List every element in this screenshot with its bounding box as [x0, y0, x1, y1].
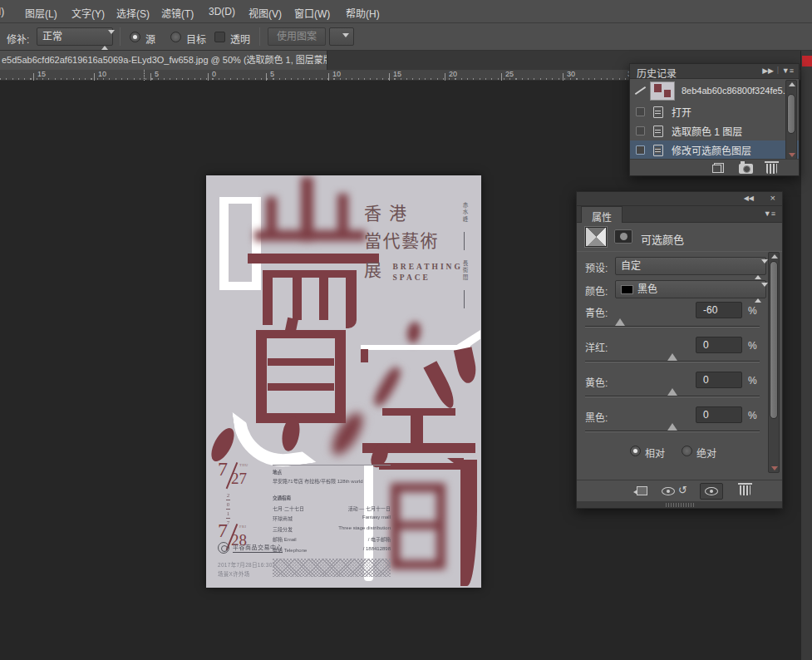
menu-item-type[interactable]: 文字(Y) — [71, 6, 105, 20]
scroll-down-icon[interactable] — [789, 153, 795, 157]
source-label[interactable]: 源 — [145, 32, 155, 46]
view-previous-state-icon[interactable] — [662, 487, 675, 495]
snapshot-thumbnail[interactable] — [650, 81, 675, 101]
date-numerator: 7 — [218, 458, 228, 480]
cyan-slider[interactable] — [585, 326, 760, 328]
date-denominator: 27 — [231, 470, 247, 488]
relative-radio[interactable] — [630, 446, 641, 456]
divider — [273, 465, 391, 465]
clip-to-layer-icon[interactable] — [637, 486, 647, 495]
delete-state-icon[interactable] — [766, 164, 777, 174]
photoshop-window: (I) 图层(L) 文字(Y) 选择(S) 滤镜(T) 3D(D) 视图(V) … — [0, 0, 812, 660]
new-document-from-state-icon[interactable] — [712, 163, 724, 173]
history-source-checkbox[interactable] — [636, 145, 645, 155]
menu-item-layer[interactable]: 图层(L) — [25, 6, 57, 20]
panel-menu-icon[interactable]: ▼≡ — [764, 210, 775, 218]
menu-item-select[interactable]: 选择(S) — [116, 6, 150, 20]
history-panel-title: 历史记录 — [637, 66, 677, 80]
transparent-label[interactable]: 透明 — [230, 32, 250, 46]
new-snapshot-icon[interactable] — [739, 164, 753, 174]
pattern-picker-dropdown[interactable] — [329, 27, 354, 46]
side-note-2: 長街間 — [460, 260, 469, 282]
menu-item-image-partial[interactable]: (I) — [0, 6, 4, 17]
history-state-open[interactable]: 打开 — [630, 102, 799, 121]
absolute-label[interactable]: 绝对 — [696, 446, 716, 460]
color-dropdown[interactable]: 黑色 — [615, 280, 766, 298]
scroll-up-icon[interactable] — [771, 254, 778, 259]
magenta-value-input[interactable]: 0 — [696, 337, 742, 353]
scroll-up-icon[interactable] — [789, 82, 795, 86]
magenta-slider-thumb[interactable] — [667, 353, 677, 361]
magenta-slider[interactable] — [585, 361, 760, 362]
black-unit: % — [748, 410, 757, 421]
transparent-checkbox[interactable] — [214, 32, 225, 42]
panel-resize-grip[interactable] — [666, 503, 694, 507]
adjustment-title: 可选颜色 — [641, 231, 684, 247]
cyan-slider-thumb[interactable] — [615, 318, 625, 326]
history-scrollbar[interactable] — [785, 80, 797, 160]
poster-header-line3: 展 — [364, 262, 383, 279]
yellow-value-input[interactable]: 0 — [696, 372, 742, 388]
panel-menu-icon[interactable]: ▼≡ — [782, 67, 794, 75]
scrollbar-thumb[interactable] — [787, 94, 795, 134]
patch-mode-dropdown[interactable]: 正常 — [37, 27, 113, 46]
source-radio[interactable] — [130, 32, 140, 42]
history-state-label: 修改可选颜色图层 — [672, 143, 751, 157]
relative-label[interactable]: 相对 — [645, 446, 665, 460]
document-tab[interactable]: e5d5ab6cfd62af619616a5069a-ELyd3O_fw658.… — [0, 51, 327, 70]
history-source-checkbox[interactable] — [636, 107, 645, 116]
use-pattern-button[interactable]: 使用图案 — [268, 27, 326, 46]
ruler-number: 15 — [37, 70, 46, 78]
history-state-selective-color[interactable]: 选取颜色 1 图层 — [630, 121, 799, 140]
layer-mask-icon[interactable] — [614, 229, 632, 244]
panel-footer-edge — [577, 501, 782, 508]
guilloche-pattern — [273, 559, 391, 577]
preset-label: 预设: — [585, 260, 608, 274]
divider — [577, 251, 782, 252]
yellow-slider[interactable] — [585, 396, 760, 397]
menu-item-filter[interactable]: 滤镜(T) — [161, 6, 194, 20]
menu-item-view[interactable]: 视图(V) — [249, 6, 282, 20]
collapse-panels-icon[interactable]: ▶▶ — [762, 67, 774, 75]
selective-color-icon — [585, 227, 607, 247]
delete-adjustment-icon[interactable] — [740, 485, 750, 495]
poster-header: 香港 當代藝術 展 BREATHINGSPACE — [364, 205, 464, 284]
ruler-tick — [208, 73, 209, 81]
properties-scrollbar[interactable] — [768, 252, 780, 473]
scroll-down-icon[interactable] — [771, 466, 778, 470]
history-source-checkbox[interactable] — [636, 126, 645, 135]
cyan-unit: % — [748, 305, 757, 317]
char-kong — [357, 322, 480, 453]
tab-properties[interactable]: 属性 — [581, 206, 623, 223]
yellow-slider-thumb[interactable] — [667, 388, 677, 396]
black-value-input[interactable]: 0 — [696, 406, 742, 423]
history-snapshot-row[interactable]: 8eb4ab60c86800f324fe5... — [630, 79, 799, 102]
history-brush-source-icon[interactable] — [633, 85, 645, 96]
properties-tab-row: 属性 ▼≡ — [577, 206, 782, 223]
details-row: 七月·二十七日活动 — 七月十一日 — [273, 505, 391, 512]
poster-document[interactable]: 香港 當代藝術 展 BREATHINGSPACE 赤水峰 長街間 7 27 TH… — [206, 175, 481, 588]
scrollbar-thumb[interactable] — [770, 261, 778, 419]
menu-item-window[interactable]: 窗口(W) — [294, 6, 330, 20]
black-slider-thumb[interactable] — [667, 423, 677, 431]
side-note-1: 赤水峰 — [460, 202, 469, 224]
target-label[interactable]: 目标 — [186, 32, 206, 46]
spin-arrows-icon — [101, 32, 109, 48]
toggle-visibility-button[interactable] — [700, 483, 723, 500]
history-state-modify-selective-color[interactable]: 修改可选颜色图层 — [630, 140, 799, 160]
ruler-tick — [328, 73, 329, 81]
cyan-value-input[interactable]: -60 — [696, 302, 742, 318]
history-state-label: 选取颜色 1 图层 — [672, 124, 742, 138]
venue-line-2: 场景X许外场 — [218, 569, 250, 578]
menu-item-help[interactable]: 帮助(H) — [346, 6, 380, 20]
absolute-radio[interactable] — [682, 446, 692, 456]
black-slider[interactable] — [585, 431, 760, 432]
preset-dropdown[interactable]: 自定 — [615, 257, 766, 275]
target-radio[interactable] — [170, 32, 181, 42]
collapse-panel-icon[interactable]: ◀◀ — [744, 195, 754, 202]
reset-adjustment-icon[interactable]: ↺ — [678, 485, 687, 495]
poster-details: 地点 早安路71号店 布拉格/平谷限 128th world 交通指南 七月·二… — [273, 465, 391, 577]
ruler-number: 30 — [567, 70, 575, 78]
menu-item-3d[interactable]: 3D(D) — [209, 6, 235, 17]
close-panel-icon[interactable]: × — [770, 194, 775, 203]
